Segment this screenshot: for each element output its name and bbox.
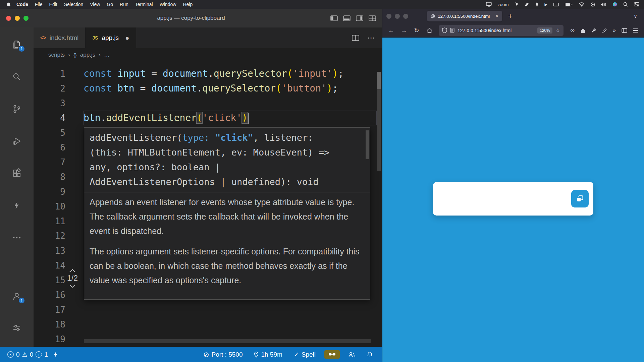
menu-edit[interactable]: Edit: [46, 0, 61, 9]
next-overload-icon[interactable]: [69, 284, 76, 288]
line-number[interactable]: 6: [34, 140, 65, 155]
list-all-tabs-icon[interactable]: ∨: [631, 13, 640, 19]
code-line[interactable]: 4btn.addEventListener('click'): [34, 111, 382, 125]
menu-hamburger-icon[interactable]: [633, 28, 638, 33]
menu-selection[interactable]: Selection: [61, 0, 87, 9]
close-window-button[interactable]: [386, 14, 391, 19]
new-tab-button[interactable]: +: [505, 12, 515, 20]
time-tracker[interactable]: 1h 59m: [251, 351, 285, 358]
line-number[interactable]: 3: [34, 96, 65, 111]
line-number[interactable]: 9: [34, 184, 65, 199]
vertical-scrollbar[interactable]: [377, 89, 381, 171]
explorer-icon[interactable]: 1: [11, 39, 22, 50]
problems-indicator[interactable]: × 0 ⚠ 0 i 1: [5, 351, 51, 358]
line-number[interactable]: 2: [34, 81, 65, 96]
menu-help[interactable]: Help: [179, 0, 196, 9]
notifications-bell-icon[interactable]: [364, 352, 375, 358]
extensions-icon[interactable]: [11, 168, 22, 179]
line-number[interactable]: 12: [34, 229, 65, 243]
devtools-wrench-icon[interactable]: [591, 28, 596, 33]
wifi-icon[interactable]: [579, 2, 585, 7]
overflow-chevrons-icon[interactable]: »: [613, 27, 616, 34]
thunder-status-icon[interactable]: [51, 351, 60, 358]
breadcrumb-symbol[interactable]: …: [104, 52, 110, 58]
copilot-status[interactable]: [324, 350, 340, 359]
apple-icon[interactable]: [5, 2, 13, 7]
forward-button[interactable]: →: [398, 25, 409, 36]
line-number[interactable]: 14: [34, 258, 65, 273]
code-line[interactable]: 3: [34, 96, 382, 111]
close-tab-icon[interactable]: ×: [495, 13, 498, 19]
url-bar[interactable]: 127.0.0.1:5500/index.html 120% ☆: [439, 25, 564, 36]
search-sidebar-icon[interactable]: [11, 71, 22, 82]
search-icon[interactable]: [623, 2, 628, 7]
rocket-icon[interactable]: [535, 2, 539, 7]
feather-icon[interactable]: [525, 2, 529, 7]
line-number[interactable]: 5: [34, 125, 65, 140]
customize-layout-icon[interactable]: [369, 15, 376, 21]
ublock-extension-icon[interactable]: ∞: [570, 27, 575, 34]
battery-icon[interactable]: [565, 3, 573, 6]
back-button[interactable]: ←: [386, 25, 396, 36]
accounts-status-icon[interactable]: [346, 352, 358, 357]
editor-more-actions-icon[interactable]: ⋯: [367, 34, 375, 42]
tracking-protection-shield-icon[interactable]: [442, 27, 447, 33]
zoom-menu-item[interactable]: zoom: [498, 2, 509, 7]
bookmark-star-icon[interactable]: ☆: [555, 27, 560, 34]
minimize-window-button[interactable]: [395, 14, 400, 19]
line-number[interactable]: 19: [34, 332, 65, 347]
line-number[interactable]: 16: [34, 288, 65, 302]
home-button[interactable]: [424, 25, 435, 36]
toggle-panel-icon[interactable]: [343, 15, 351, 21]
more-views-icon[interactable]: [11, 232, 22, 243]
close-window-button[interactable]: [6, 16, 11, 21]
line-number[interactable]: 11: [34, 214, 65, 229]
run-debug-icon[interactable]: [11, 135, 22, 147]
copy-button[interactable]: [571, 190, 589, 207]
tab-app-js[interactable]: JS app.js ●: [86, 27, 136, 48]
thunder-client-icon[interactable]: [11, 200, 22, 211]
minimize-window-button[interactable]: [15, 16, 20, 21]
pointer-icon[interactable]: [515, 2, 519, 7]
toggle-secondary-sidebar-icon[interactable]: [356, 15, 363, 21]
menu-app-name[interactable]: Code: [13, 0, 32, 9]
text-input[interactable]: [438, 189, 568, 209]
sidebar-toggle-icon[interactable]: [622, 28, 627, 33]
keyboard-icon[interactable]: [553, 3, 559, 6]
line-number[interactable]: 8: [34, 170, 65, 184]
play-icon[interactable]: ▶: [545, 2, 547, 7]
unsaved-changes-dot[interactable]: ●: [125, 34, 129, 42]
zoom-window-button[interactable]: [403, 14, 408, 19]
source-control-icon[interactable]: [11, 103, 22, 115]
horizontal-scrollbar[interactable]: [84, 339, 371, 343]
control-center-icon[interactable]: [634, 2, 639, 6]
code-line[interactable]: 17: [34, 302, 382, 317]
line-number[interactable]: 18: [34, 317, 65, 332]
tab-index-html[interactable]: <> index.html: [34, 27, 86, 48]
line-number[interactable]: 17: [34, 302, 65, 317]
zoom-level-badge[interactable]: 120%: [537, 27, 552, 34]
code-line[interactable]: 18: [34, 317, 382, 332]
extensions-puzzle-icon[interactable]: [580, 28, 586, 33]
line-number[interactable]: 13: [34, 243, 65, 258]
toggle-sidebar-icon[interactable]: [330, 15, 338, 21]
live-server-port[interactable]: ⊘ Port : 5500: [201, 351, 246, 359]
highlighter-icon[interactable]: [602, 28, 607, 33]
line-number[interactable]: 4: [34, 111, 65, 125]
breadcrumb-file[interactable]: app.js: [80, 52, 95, 58]
accounts-icon[interactable]: 1: [11, 291, 22, 302]
menu-window[interactable]: Window: [156, 0, 180, 9]
volume-icon[interactable]: [601, 2, 606, 7]
menu-run[interactable]: Run: [116, 0, 132, 9]
code-line[interactable]: 1const input = document.querySelector('i…: [34, 66, 382, 81]
settings-icon[interactable]: [11, 322, 22, 334]
spell-checker[interactable]: ✓ Spell: [291, 351, 318, 358]
site-info-icon[interactable]: [450, 28, 454, 33]
signature-scrollbar[interactable]: [366, 130, 369, 159]
line-number[interactable]: 15: [34, 273, 65, 288]
line-number[interactable]: 7: [34, 155, 65, 170]
menu-view[interactable]: View: [87, 0, 103, 9]
menu-go[interactable]: Go: [103, 0, 116, 9]
reload-button[interactable]: ↻: [411, 25, 422, 36]
menu-file[interactable]: File: [32, 0, 46, 9]
